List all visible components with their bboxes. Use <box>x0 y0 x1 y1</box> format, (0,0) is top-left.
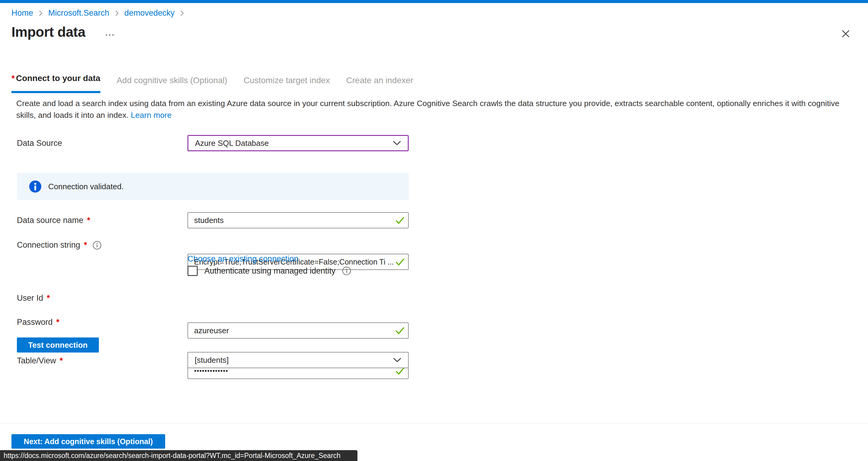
connection-validated-banner: Connection validated. <box>17 173 409 200</box>
required-marker: * <box>60 356 63 366</box>
user-id-label: User Id* <box>17 294 50 303</box>
tab-add-cognitive-skills[interactable]: Add cognitive skills (Optional) <box>117 75 227 93</box>
table-view-select[interactable]: [students] <box>187 352 409 368</box>
footer-divider <box>0 423 868 424</box>
valid-check-icon <box>395 257 405 266</box>
top-accent-bar <box>0 0 868 3</box>
data-source-name-label: Data source name* <box>17 216 90 225</box>
password-label: Password* <box>17 317 59 327</box>
close-button[interactable] <box>840 28 852 40</box>
required-marker: * <box>56 317 60 327</box>
chevron-right-icon <box>180 10 184 17</box>
data-source-label: Data Source <box>17 139 62 148</box>
required-marker: * <box>84 241 87 250</box>
learn-more-link[interactable]: Learn more <box>131 111 172 120</box>
chevron-down-icon <box>393 141 401 146</box>
managed-identity-row: Authenticate using managed identity <box>187 266 351 276</box>
choose-existing-connection-link[interactable]: Choose an existing connection <box>187 254 299 264</box>
data-source-value: Azure SQL Database <box>195 139 269 148</box>
breadcrumb-demovedecky[interactable]: demovedecky <box>124 8 175 18</box>
wizard-tabs: *Connect to your data Add cognitive skil… <box>11 73 430 93</box>
test-connection-button[interactable]: Test connection <box>17 337 99 352</box>
status-bar-url: https://docs.microsoft.com/azure/search/… <box>4 452 341 460</box>
info-filled-icon <box>29 180 41 193</box>
required-marker: * <box>47 294 50 303</box>
required-marker: * <box>87 216 90 225</box>
header: Import data … <box>11 22 117 41</box>
more-menu-button[interactable]: … <box>103 27 117 37</box>
page-title: Import data <box>11 24 85 40</box>
managed-identity-label: Authenticate using managed identity <box>204 266 336 276</box>
banner-text: Connection validated. <box>48 182 124 191</box>
data-source-select[interactable]: Azure SQL Database <box>187 135 409 151</box>
required-marker: * <box>11 73 15 83</box>
connection-string-label: Connection string* <box>17 241 101 250</box>
chevron-down-icon <box>393 358 401 363</box>
info-icon[interactable] <box>342 266 351 275</box>
chevron-right-icon <box>38 10 43 17</box>
tab-customize-target-index[interactable]: Customize target index <box>244 75 330 93</box>
breadcrumb: Home Microsoft.Search demovedecky <box>11 8 185 18</box>
valid-check-icon <box>395 326 405 335</box>
valid-check-icon <box>395 216 405 224</box>
next-add-cognitive-skills-button[interactable]: Next: Add cognitive skills (Optional) <box>11 434 165 449</box>
status-bar: https://docs.microsoft.com/azure/search/… <box>0 450 358 461</box>
close-icon <box>841 29 850 38</box>
user-id-input[interactable] <box>187 322 409 339</box>
table-view-value: [students] <box>195 356 229 365</box>
chevron-right-icon <box>115 10 119 17</box>
table-view-label: Table/View* <box>17 356 63 366</box>
managed-identity-checkbox[interactable] <box>187 266 198 276</box>
tab-create-an-indexer[interactable]: Create an indexer <box>346 75 413 93</box>
info-icon[interactable] <box>93 241 101 250</box>
intro-text: Create and load a search index using dat… <box>16 98 859 121</box>
data-source-name-input[interactable] <box>187 212 409 228</box>
breadcrumb-microsoft-search[interactable]: Microsoft.Search <box>48 8 110 18</box>
breadcrumb-home[interactable]: Home <box>11 8 33 18</box>
tab-connect-to-your-data[interactable]: *Connect to your data <box>11 73 100 93</box>
